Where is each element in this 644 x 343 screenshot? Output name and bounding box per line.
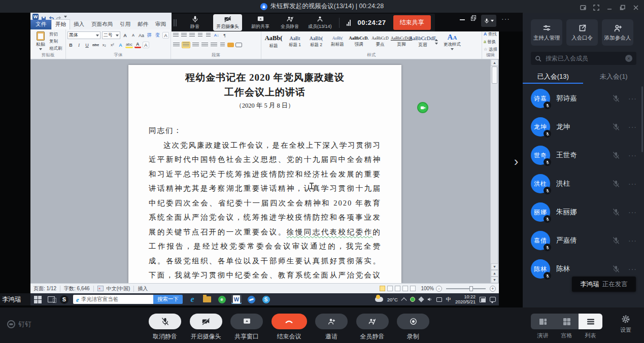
- highlight-color-button[interactable]: abc: [125, 42, 133, 48]
- replace-button[interactable]: a 替换: [484, 39, 497, 45]
- clear-search-icon[interactable]: ×: [625, 55, 632, 62]
- paste-button[interactable]: 粘贴: [32, 30, 49, 53]
- align-left-button[interactable]: [173, 42, 180, 48]
- word-minimize-icon[interactable]: [459, 15, 466, 21]
- fullscreen-reading-view-button[interactable]: [387, 286, 393, 291]
- superscript-button[interactable]: x²: [109, 42, 116, 48]
- floating-camera-bubble[interactable]: [417, 102, 428, 113]
- participant-row[interactable]: 诗嘉 郭诗嘉 ···: [523, 84, 644, 113]
- document-page[interactable]: 程幼金书记在 2020 年党风廉政建设 工作会议上的讲话 （2020 年 5 月…: [128, 65, 401, 283]
- distribute-button[interactable]: [210, 42, 218, 48]
- change-styles-button[interactable]: AA 更改样式: [439, 33, 465, 50]
- volume-icon[interactable]: [427, 297, 432, 302]
- add-participant-button[interactable]: 添加参会人: [602, 19, 633, 46]
- scroll-down-button[interactable]: ▼: [491, 263, 498, 270]
- tab-home[interactable]: 开始: [51, 19, 70, 29]
- participant-row[interactable]: 龙坤 龙坤 ···: [523, 113, 644, 141]
- new-share-button[interactable]: 新的共享: [249, 15, 272, 30]
- tab-joined[interactable]: 已入会(13): [523, 70, 584, 84]
- draft-view-button[interactable]: [410, 286, 416, 291]
- end-meeting-button[interactable]: 结束会议: [272, 314, 307, 341]
- fullscreen-icon[interactable]: [593, 4, 599, 10]
- participant-row[interactable]: 洪柱 洪柱 ···: [523, 169, 644, 198]
- shrink-font-button[interactable]: A: [130, 32, 137, 39]
- unmute-button[interactable]: 取消静音: [149, 314, 181, 341]
- strikethrough-button[interactable]: abc: [92, 42, 99, 48]
- participant-search-input[interactable]: [545, 54, 622, 62]
- taskbar-search-box[interactable]: e 李光洁官宣当爸: [73, 295, 153, 304]
- participant-more-button[interactable]: ···: [628, 94, 637, 102]
- align-center-button[interactable]: [182, 42, 190, 48]
- maximize-icon[interactable]: [620, 4, 626, 10]
- temperature-label[interactable]: 20°C: [387, 297, 398, 302]
- style-item[interactable]: AaBbCcD 要点: [369, 31, 391, 52]
- web-layout-view-button[interactable]: [395, 286, 400, 291]
- network-icon[interactable]: [436, 297, 442, 302]
- tab-page-layout[interactable]: 页面布局: [88, 20, 116, 29]
- close-icon[interactable]: [633, 4, 639, 10]
- char-border-button[interactable]: 变: [154, 32, 161, 39]
- decrease-indent-button[interactable]: [197, 32, 204, 39]
- font-name-combo[interactable]: 黑体: [67, 31, 100, 39]
- sidebar-collapse-chevron[interactable]: ›: [510, 151, 523, 172]
- participant-muted-mic-icon[interactable]: [612, 208, 620, 216]
- zoom-slider[interactable]: [446, 288, 486, 289]
- participant-row[interactable]: 世奇 王世奇 ···: [523, 141, 644, 169]
- participant-muted-mic-icon[interactable]: [612, 236, 620, 245]
- show-marks-button[interactable]: ¶: [221, 32, 228, 39]
- word-restore-icon[interactable]: [471, 15, 477, 21]
- find-button[interactable]: A 查找: [484, 31, 497, 38]
- scroll-up-button[interactable]: ▲: [491, 59, 498, 66]
- qat-dropdown-icon[interactable]: [64, 16, 67, 18]
- mute-all-button[interactable]: 全员静音: [279, 15, 301, 30]
- weather-icon[interactable]: [375, 297, 383, 302]
- participant-more-button[interactable]: ···: [628, 236, 637, 245]
- file-explorer-icon[interactable]: [202, 295, 212, 304]
- style-item[interactable]: AaBb( 副标题: [327, 31, 348, 52]
- bold-button[interactable]: B: [67, 42, 74, 48]
- participant-more-button[interactable]: ···: [628, 208, 637, 216]
- italic-button[interactable]: I: [76, 42, 82, 48]
- redo-icon[interactable]: [56, 14, 61, 19]
- speaker-view-button[interactable]: [531, 314, 555, 329]
- task-view-button[interactable]: [47, 295, 55, 304]
- green-app-icon[interactable]: e: [217, 295, 227, 304]
- text-effects-button[interactable]: A: [117, 42, 124, 48]
- shading-button[interactable]: A: [143, 42, 149, 48]
- minimize-icon[interactable]: [606, 4, 613, 10]
- font-color-button[interactable]: A: [134, 42, 141, 48]
- zoom-slider-thumb[interactable]: [469, 286, 473, 291]
- proofing-icon[interactable]: ×: [97, 286, 104, 291]
- list-view-button[interactable]: [579, 314, 602, 329]
- insert-mode-indicator[interactable]: 插入: [138, 285, 148, 292]
- more-options-icon[interactable]: ···: [501, 15, 510, 23]
- tab-review[interactable]: 审阅: [152, 20, 170, 29]
- scrollbar-thumb[interactable]: [492, 66, 497, 84]
- save-icon[interactable]: [41, 14, 46, 19]
- font-size-combo[interactable]: 二号: [102, 31, 120, 39]
- share-window-button[interactable]: 共享窗口: [230, 314, 263, 341]
- grow-font-button[interactable]: A: [122, 32, 128, 39]
- increase-indent-button[interactable]: [205, 32, 212, 39]
- style-item[interactable]: AaBbCcDdE 页眉: [412, 31, 433, 52]
- phonetic-guide-button[interactable]: 拼: [146, 32, 153, 39]
- sort-button[interactable]: A↓: [213, 32, 220, 39]
- paragraph-shading-button[interactable]: [227, 43, 234, 47]
- invite-button[interactable]: 邀请: [315, 314, 348, 341]
- numbering-button[interactable]: [181, 32, 187, 39]
- participant-muted-mic-icon[interactable]: [612, 180, 620, 188]
- tray-green-icon[interactable]: [410, 297, 415, 302]
- vertical-scrollbar[interactable]: ▲ ▼ ▲ ▼: [490, 59, 498, 283]
- tab-mailings[interactable]: 邮件: [134, 20, 152, 29]
- next-page-button[interactable]: ▼: [491, 277, 498, 283]
- participant-more-button[interactable]: ···: [628, 123, 637, 131]
- participant-row[interactable]: 嘉倩 严嘉倩 ···: [523, 226, 644, 255]
- cut-button[interactable]: 剪切: [49, 31, 62, 38]
- notification-stack-icon[interactable]: [480, 297, 486, 302]
- blue-app-icon[interactable]: [246, 295, 256, 304]
- participant-muted-mic-icon[interactable]: [612, 94, 620, 102]
- start-button[interactable]: [33, 295, 42, 304]
- mute-toggle[interactable]: 静音: [184, 15, 206, 30]
- style-item[interactable]: AaBbCcD. 强调: [348, 31, 369, 52]
- zoom-out-button[interactable]: -: [436, 286, 442, 292]
